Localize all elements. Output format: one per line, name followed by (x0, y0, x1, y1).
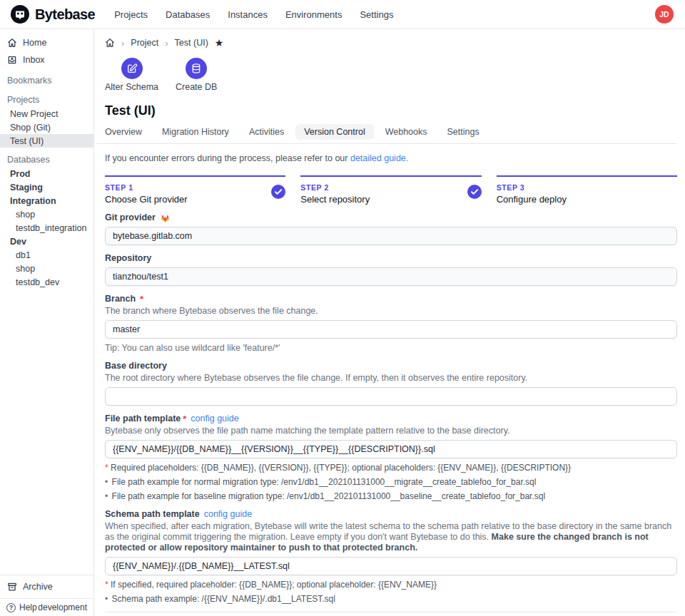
inbox-icon (7, 55, 17, 65)
database-icon (186, 58, 207, 79)
home-icon (7, 38, 17, 48)
nav-link-databases[interactable]: Databases (166, 9, 210, 20)
schema-path-template-input[interactable] (105, 557, 677, 575)
sidebar-item-test-ui[interactable]: Test (UI) (0, 134, 93, 148)
user-avatar[interactable]: JD (655, 5, 674, 24)
version-label: development (38, 602, 87, 612)
base-directory-input[interactable] (105, 387, 677, 406)
sidebar: Home Inbox BookmarksProjectsNew ProjectS… (0, 29, 94, 616)
check-circle-icon (467, 185, 482, 199)
nav-link-environments[interactable]: Environments (285, 9, 342, 20)
branch-label: Branch (105, 294, 136, 304)
git-provider-input[interactable] (105, 227, 677, 245)
sidebar-item-staging[interactable]: Staging (0, 180, 93, 194)
bullet-marker: • (105, 477, 108, 487)
file-path-example-baseline: • File path example for baseline migrati… (105, 491, 677, 501)
archive-label: Archive (23, 582, 53, 592)
form-actions: Cancel ‹ Back Finish (105, 612, 677, 616)
tab-activities[interactable]: Activities (240, 124, 293, 140)
sidebar-item-testdb-dev[interactable]: testdb_dev (0, 275, 93, 289)
sidebar-item-new-project[interactable]: New Project (0, 107, 93, 120)
steps: STEP 1Choose Git provider STEP 2Select r… (105, 175, 677, 205)
base-directory-field: Base directory The root directory where … (105, 360, 677, 406)
step-3: STEP 3Configure deploy (497, 175, 677, 205)
tab-settings[interactable]: Settings (439, 124, 488, 140)
git-provider-field: Git provider (105, 212, 677, 245)
schema-path-template-description: When specified, after each migration, By… (105, 521, 677, 553)
error-notice: If you encounter errors during the proce… (105, 153, 677, 163)
schema-path-config-guide-link[interactable]: config guide (204, 509, 252, 519)
archive-icon (7, 582, 17, 592)
step-label: STEP 3 (497, 183, 677, 192)
step-title: Choose Git provider (105, 194, 285, 205)
chevron-right-icon: › (165, 38, 168, 48)
nav-link-projects[interactable]: Projects (114, 9, 148, 20)
home-icon[interactable] (105, 38, 115, 48)
base-directory-description: The root directory where Bytebase observ… (105, 373, 677, 384)
main-content: › Project › Test (UI) ★ Alter Schema (94, 29, 685, 616)
sidebar-item-shop-git[interactable]: Shop (Git) (0, 120, 93, 134)
step-label: STEP 2 (300, 183, 481, 192)
note-text: File path example for normal migration t… (112, 477, 537, 487)
branch-description: The branch where Bytebase observes the f… (105, 306, 677, 317)
detailed-guide-link[interactable]: detailed guide. (350, 153, 408, 163)
sidebar-item-db1[interactable]: db1 (0, 248, 93, 262)
note-text: File path example for baseline migration… (112, 491, 546, 501)
bytebase-logo-icon (10, 4, 30, 24)
file-path-example-normal: • File path example for normal migration… (105, 477, 677, 487)
sidebar-item-shop[interactable]: shop (0, 262, 93, 275)
file-path-template-input[interactable] (105, 440, 677, 458)
nav-link-instances[interactable]: Instances (228, 9, 268, 20)
step-title: Configure deploy (497, 194, 677, 205)
bytebase-logo[interactable]: Bytebase (10, 4, 95, 24)
repository-input[interactable] (105, 267, 677, 286)
step-1: STEP 1Choose Git provider (105, 175, 285, 205)
step-label: STEP 1 (105, 183, 285, 192)
schema-path-template-label: Schema path template (105, 509, 200, 519)
bullet-marker: • (105, 491, 108, 501)
help-button[interactable]: ? Help (6, 602, 37, 612)
alter-schema-label: Alter Schema (105, 82, 158, 92)
step-2: STEP 2Select repository (300, 175, 481, 205)
file-path-config-guide-link[interactable]: config guide (191, 414, 238, 423)
top-nav: Bytebase ProjectsDatabasesInstancesEnvir… (0, 0, 685, 29)
quick-actions: Alter Schema Create DB (105, 58, 677, 92)
gitlab-icon (160, 212, 171, 223)
nav-link-settings[interactable]: Settings (360, 9, 393, 20)
tab-overview[interactable]: Overview (96, 124, 151, 140)
tab-migration-history[interactable]: Migration History (153, 124, 238, 140)
sidebar-item-home[interactable]: Home (0, 34, 93, 51)
sidebar-item-prod[interactable]: Prod (0, 167, 93, 180)
favorite-star-icon[interactable]: ★ (215, 38, 224, 47)
alter-schema-button[interactable]: Alter Schema (105, 58, 158, 92)
file-path-template-field: File path template * config guide Byteba… (105, 413, 677, 501)
schema-path-required-note: * If specified, required placeholder: {{… (105, 580, 677, 590)
branch-field: Branch * The branch where Bytebase obser… (105, 293, 677, 353)
note-text: Schema path example: /{{ENV_NAME}}/.db1_… (112, 594, 335, 604)
base-directory-label: Base directory (105, 361, 167, 371)
required-marker: * (105, 580, 108, 590)
question-mark-icon: ? (6, 603, 16, 612)
sidebar-sections: BookmarksProjectsNew ProjectShop (Git)Te… (0, 73, 93, 289)
sidebar-section-bookmarks: Bookmarks (0, 73, 93, 88)
tab-webhooks[interactable]: Webhooks (377, 124, 436, 140)
bullet-marker: • (105, 594, 108, 604)
file-path-template-label: File path template (105, 414, 181, 423)
sidebar-item-archive[interactable]: Archive (0, 575, 93, 598)
breadcrumb-current[interactable]: Test (UI) (175, 38, 208, 48)
brand-name: Bytebase (35, 6, 95, 23)
repository-label: Repository (105, 253, 151, 263)
tab-version-control[interactable]: Version Control (295, 124, 373, 140)
sidebar-item-testdb-integration[interactable]: testdb_integration (0, 221, 93, 235)
required-marker: * (140, 294, 143, 304)
sidebar-item-dev[interactable]: Dev (0, 235, 93, 248)
sidebar-item-shop[interactable]: shop (0, 207, 93, 221)
sidebar-nav: Home Inbox BookmarksProjectsNew ProjectS… (0, 29, 93, 575)
top-nav-links: ProjectsDatabasesInstancesEnvironmentsSe… (114, 9, 393, 20)
check-circle-icon (271, 185, 285, 199)
sidebar-item-inbox[interactable]: Inbox (0, 51, 93, 68)
create-db-button[interactable]: Create DB (176, 58, 217, 92)
sidebar-item-integration[interactable]: Integration (0, 194, 93, 207)
breadcrumb-project[interactable]: Project (131, 38, 158, 48)
branch-input[interactable] (105, 320, 677, 339)
